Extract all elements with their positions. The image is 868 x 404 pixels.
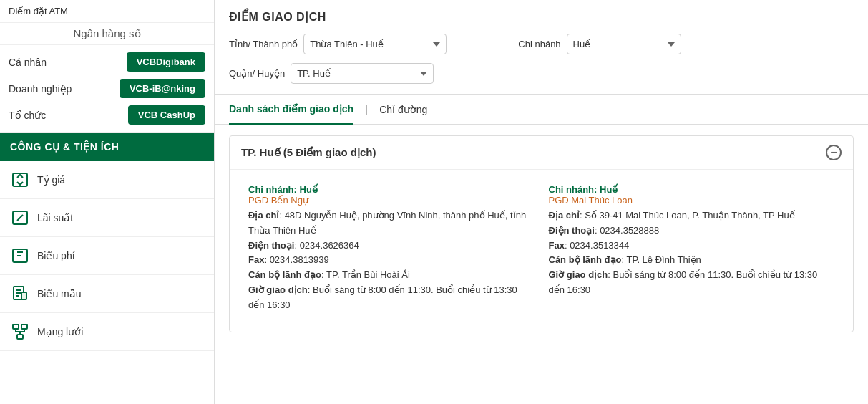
ty-gia-label: Tỷ giá — [37, 174, 65, 186]
bieu-phi-label: Biểu phí — [37, 250, 75, 261]
vcbibanking-button[interactable]: VCB-iB@nking — [120, 79, 205, 98]
dt-label-1: Điện thoại — [549, 225, 595, 236]
dia-chi-label-0: Địa chỉ — [248, 210, 279, 221]
location-title: TP. Huế (5 Điểm giao dịch) — [241, 146, 376, 159]
dgd-title: ĐIỂM GIAO DỊCH — [229, 10, 854, 24]
tag-icon — [10, 246, 30, 266]
sidebar-digital-bank: Ngân hàng số — [0, 23, 214, 45]
filter-row-1: Tỉnh/ Thành phố Thừa Thiên - Huế Chi nhá… — [229, 34, 854, 54]
cb-1: TP. Lê Đình Thiện — [626, 254, 701, 265]
tab-chi-duong[interactable]: Chỉ đường — [379, 95, 427, 124]
filter-tinh: Tỉnh/ Thành phố Thừa Thiên - Huế — [229, 34, 447, 54]
svg-rect-5 — [13, 324, 19, 329]
chi-nhanh-0: Chi nhánh: Huế — [248, 184, 535, 195]
cb-label-0: Cán bộ lãnh đạo — [248, 269, 321, 280]
filter-row-2: Quận/ Huyện TP. Huế — [229, 63, 854, 84]
quan-label: Quận/ Huyện — [229, 68, 285, 79]
fax-0: 0234.3813939 — [270, 254, 329, 265]
account-item-to-chuc: Tổ chức VCB CashUp — [9, 105, 205, 125]
dt-label-0: Điện thoại — [248, 240, 294, 251]
filter-chi-nhanh: Chi nhánh Huế — [518, 34, 681, 54]
collapse-button[interactable]: − — [826, 145, 842, 160]
pgd-0[interactable]: PGD Bến Ngự — [248, 195, 535, 206]
sidebar-tools: CÔNG CỤ & TIỆN ÍCH Tỷ giá — [0, 133, 214, 351]
fax-label-0: Fax — [248, 254, 264, 265]
dia-chi-label-1: Địa chỉ — [549, 210, 580, 221]
branch-card-0: Chi nhánh: Huế PGD Bến Ngự Địa chỉ: 48D … — [241, 177, 542, 320]
gio-label-0: Giờ giao dịch — [248, 284, 308, 295]
branch-detail-1: Địa chỉ: Số 39-41 Mai Thúc Loan, P. Thuậ… — [549, 208, 835, 298]
network-icon — [10, 322, 30, 342]
tools-item-bieu-mau[interactable]: Biểu mẫu — [0, 275, 214, 313]
sidebar: Điểm đặt ATM Ngân hàng số Cá nhân VCBDig… — [0, 0, 215, 404]
dt-1: 0234.3528888 — [600, 225, 659, 236]
results-section: TP. Huế (5 Điểm giao dịch) − Chi nhánh: … — [215, 125, 868, 350]
vcbdigibank-button[interactable]: VCBDigibank — [127, 52, 205, 72]
ca-nhan-label: Cá nhân — [9, 57, 47, 68]
fax-label-1: Fax — [549, 240, 565, 251]
location-group: TP. Huế (5 Điểm giao dịch) − Chi nhánh: … — [229, 135, 854, 332]
dia-chi-0: 48D Nguyễn Huệ, phường Vĩnh Ninh, thành … — [248, 210, 526, 236]
chi-nhanh-1: Chi nhánh: Huế — [549, 184, 835, 195]
dia-chi-1: Số 39-41 Mai Thúc Loan, P. Thuận Thành, … — [585, 210, 795, 221]
svg-rect-7 — [17, 335, 23, 339]
tools-header: CÔNG CỤ & TIỆN ÍCH — [0, 133, 214, 161]
tools-item-ty-gia[interactable]: Tỷ giá — [0, 161, 214, 199]
tab-separator: | — [365, 103, 368, 116]
sidebar-atm-label: Điểm đặt ATM — [0, 0, 214, 23]
chi-nhanh-label: Chi nhánh — [518, 39, 560, 49]
mang-luoi-label: Mạng lưới — [37, 326, 83, 337]
account-item-ca-nhan: Cá nhân VCBDigibank — [9, 52, 205, 72]
branch-detail-0: Địa chỉ: 48D Nguyễn Huệ, phường Vĩnh Nin… — [248, 208, 535, 313]
dt-0: 0234.3626364 — [300, 240, 359, 251]
tinh-label: Tỉnh/ Thành phố — [229, 39, 298, 49]
doanh-nghiep-label: Doanh nghiệp — [9, 83, 72, 95]
gio-label-1: Giờ giao dịch — [549, 269, 608, 280]
fax-1: 0234.3513344 — [570, 240, 629, 251]
branches-grid: Chi nhánh: Huế PGD Bến Ngự Địa chỉ: 48D … — [230, 169, 853, 332]
cb-0: TP. Trần Bùi Hoài Ái — [326, 269, 410, 280]
svg-rect-6 — [21, 324, 27, 329]
lai-suat-label: Lãi suất — [37, 212, 73, 223]
percent-icon — [10, 208, 30, 228]
vcbcashup-button[interactable]: VCB CashUp — [128, 105, 205, 125]
pgd-1[interactable]: PGD Mai Thúc Loan — [549, 195, 835, 206]
tools-item-mang-luoi[interactable]: Mạng lưới — [0, 313, 214, 351]
bieu-mau-label: Biểu mẫu — [37, 288, 82, 299]
exchange-icon — [10, 170, 30, 190]
sidebar-accounts: Cá nhân VCBDigibank Doanh nghiệp VCB-iB@… — [0, 45, 214, 133]
cb-label-1: Cán bộ lãnh đạo — [549, 254, 622, 265]
dgd-section: ĐIỂM GIAO DỊCH Tỉnh/ Thành phố Thừa Thiê… — [215, 0, 868, 95]
main-content: ĐIỂM GIAO DỊCH Tỉnh/ Thành phố Thừa Thiê… — [215, 0, 868, 404]
quan-select[interactable]: TP. Huế — [291, 63, 434, 84]
tinh-select[interactable]: Thừa Thiên - Huế — [303, 34, 447, 54]
tools-item-bieu-phi[interactable]: Biểu phí — [0, 237, 214, 275]
chi-nhanh-select[interactable]: Huế — [567, 34, 681, 54]
tab-danh-sach[interactable]: Danh sách điểm giao dịch — [229, 95, 353, 125]
doc-icon — [10, 284, 30, 304]
location-header: TP. Huế (5 Điểm giao dịch) − — [230, 136, 853, 169]
tabs-section: Danh sách điểm giao dịch | Chỉ đường — [215, 95, 868, 125]
account-item-doanh-nghiep: Doanh nghiệp VCB-iB@nking — [9, 79, 205, 98]
tools-list: Tỷ giá Lãi suất — [0, 161, 214, 351]
filter-quan: Quận/ Huyện TP. Huế — [229, 63, 434, 84]
to-chuc-label: Tổ chức — [9, 110, 46, 121]
branch-card-1: Chi nhánh: Huế PGD Mai Thúc Loan Địa chỉ… — [542, 177, 842, 320]
svg-rect-4 — [21, 292, 26, 299]
tools-item-lai-suat[interactable]: Lãi suất — [0, 199, 214, 237]
